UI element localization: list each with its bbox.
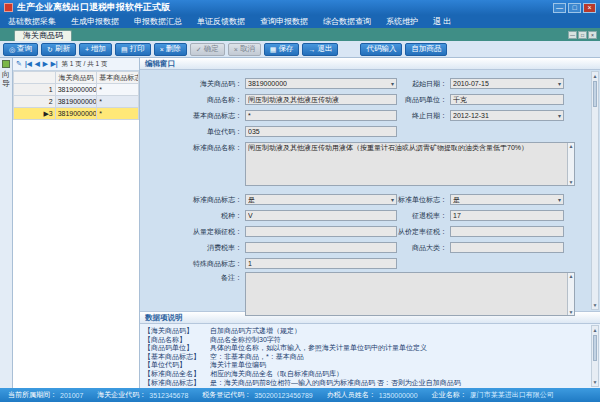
table-row[interactable]: ▶33819000000* xyxy=(14,108,139,120)
tab-customs-commodity-code[interactable]: 海关商品码 xyxy=(14,30,72,41)
field-input[interactable]: 千克 xyxy=(450,94,564,105)
minimize-icon[interactable]: — xyxy=(553,3,566,13)
help-scroll-down-icon[interactable]: ▼ xyxy=(592,378,598,386)
field-textarea[interactable]: 闸压制动液及其他液压传动用液体（按重量计石油或从沥青矿物提取的油类含量低于70%… xyxy=(245,142,575,186)
table-row[interactable]: 23819000000* xyxy=(14,96,139,108)
status-value: 1350000000 xyxy=(379,392,418,399)
help-scrollbar[interactable]: ▲ ▼ xyxy=(591,325,599,387)
field-value: 17 xyxy=(453,212,461,219)
field-value: 035 xyxy=(248,128,260,135)
退出-button[interactable]: →退出 xyxy=(302,43,338,56)
button-label: 删除 xyxy=(166,44,181,54)
wizard-nav-strip[interactable]: 向导 xyxy=(0,58,13,388)
menu-item-1[interactable]: 基础数据采集 xyxy=(8,16,56,27)
scroll-up-icon[interactable]: ▲ xyxy=(568,143,574,149)
form-scrollbar[interactable]: ▲ ▼ xyxy=(591,71,599,310)
next-page-icon[interactable]: ▶ xyxy=(43,60,48,68)
field-label: 从价定率征税： xyxy=(348,226,450,237)
取消-button: ×取消 xyxy=(228,43,261,56)
menu-item-8[interactable]: 退 出 xyxy=(433,16,451,27)
last-page-icon[interactable]: ▶| xyxy=(51,60,58,68)
commodity-code-table: 海关商品码基本商品标志 13819000000*23819000000*▶338… xyxy=(13,71,139,120)
field-label: 基本商品标志： xyxy=(143,110,245,121)
window-title: 生产企业离线出口退税申报软件正式版 xyxy=(17,1,551,14)
tool-icon[interactable]: ✎ xyxy=(16,60,22,68)
scroll-down-icon[interactable]: ▼ xyxy=(592,301,598,309)
status-item: 海关企业代码：3512345678 xyxy=(97,390,188,400)
scroll-up-icon[interactable]: ▲ xyxy=(592,72,598,80)
打印-button[interactable]: ▤打印 xyxy=(115,43,151,56)
textarea-scrollbar[interactable]: ▲▼ xyxy=(567,143,574,185)
scroll-thumb[interactable] xyxy=(593,81,597,107)
field-input[interactable]: 17 xyxy=(450,210,564,221)
mdi-minimize-icon[interactable]: — xyxy=(568,31,577,39)
mdi-close-icon[interactable]: × xyxy=(588,31,597,39)
help-term: 【单位代码】 xyxy=(144,361,210,370)
cancel-icon: × xyxy=(234,46,238,53)
field-input[interactable] xyxy=(450,226,564,237)
help-description: 商品名全称控制30字符 xyxy=(210,336,588,345)
menu-item-3[interactable]: 申报数据汇总 xyxy=(134,16,182,27)
app-window: 生产企业离线出口退税申报软件正式版 — □ × 基础数据采集生成申报数据申报数据… xyxy=(0,0,600,402)
field-label: 征退税率： xyxy=(348,210,450,221)
scroll-down-icon[interactable]: ▼ xyxy=(568,179,574,185)
field-label: 消费税率： xyxy=(143,242,245,253)
field-value: 2012-12-31 xyxy=(453,112,489,119)
field-value: 闸压制动液及其他液压传动用液体（按重量计石油或从沥青矿物提取的油类含量低于70%… xyxy=(248,143,528,152)
field-label: 从量定额征税： xyxy=(143,226,245,237)
chevron-down-icon[interactable]: ▾ xyxy=(558,196,561,203)
prev-page-icon[interactable]: ◀ xyxy=(35,60,40,68)
menu-item-2[interactable]: 生成申报数据 xyxy=(71,16,119,27)
field-label: 备注： xyxy=(143,272,245,283)
button-label: 刷新 xyxy=(55,44,70,54)
menu-item-5[interactable]: 查询申报数据 xyxy=(260,16,308,27)
field-input[interactable] xyxy=(450,242,564,253)
代码输入-button[interactable]: 代码输入 xyxy=(360,43,402,56)
tab-strip: 海关商品码 — □ × xyxy=(0,28,600,41)
field-label: 商品码单位： xyxy=(348,94,450,105)
page-indicator: 第 1 页 / 共 1 页 xyxy=(62,60,108,69)
field-从价定率征税: 从价定率征税： xyxy=(348,226,564,237)
增加-button[interactable]: +增加 xyxy=(79,43,112,56)
field-select[interactable]: 2010-07-15▾ xyxy=(450,78,564,89)
field-label: 商品名称： xyxy=(143,94,245,105)
help-scroll-up-icon[interactable]: ▲ xyxy=(592,326,598,334)
scroll-down-icon[interactable]: ▼ xyxy=(568,309,574,315)
table-row[interactable]: 13819000000* xyxy=(14,84,139,96)
mdi-restore-icon[interactable]: □ xyxy=(578,31,587,39)
textarea-scrollbar[interactable]: ▲▼ xyxy=(567,273,574,315)
refresh-icon: ↻ xyxy=(47,46,53,53)
menu-item-4[interactable]: 单证反馈数据 xyxy=(197,16,245,27)
刷新-button[interactable]: ↻刷新 xyxy=(41,43,76,56)
field-select[interactable]: 2012-12-31▾ xyxy=(450,110,564,121)
menu-item-6[interactable]: 综合数据查询 xyxy=(323,16,371,27)
status-value: 厦门市某某进出口有限公司 xyxy=(470,390,554,400)
删除-button[interactable]: ×删除 xyxy=(154,43,187,56)
status-value: 3512345678 xyxy=(149,392,188,399)
field-input[interactable]: 1 xyxy=(245,258,397,269)
button-label: 保存 xyxy=(278,44,293,54)
button-label: 打印 xyxy=(130,44,145,54)
chevron-down-icon[interactable]: ▾ xyxy=(558,80,561,87)
chevron-down-icon[interactable]: ▾ xyxy=(558,112,561,119)
maximize-icon[interactable]: □ xyxy=(568,3,581,13)
close-icon[interactable]: × xyxy=(583,3,596,13)
save-icon: ▦ xyxy=(270,46,277,53)
field-value: V xyxy=(248,212,253,219)
help-scroll-thumb[interactable] xyxy=(593,335,597,361)
status-item: 企业名称：厦门市某某进出口有限公司 xyxy=(432,390,554,400)
scroll-up-icon[interactable]: ▲ xyxy=(568,273,574,279)
button-label: 查询 xyxy=(17,44,32,54)
自加商品-button[interactable]: 自加商品 xyxy=(405,43,447,56)
field-textarea[interactable]: ▲▼ xyxy=(245,272,575,316)
保存-button[interactable]: ▦保存 xyxy=(264,43,300,56)
field-input[interactable]: 035 xyxy=(245,126,397,137)
app-icon xyxy=(4,3,13,12)
status-item: 税务登记代码：350200123456789 xyxy=(202,390,312,400)
menu-item-7[interactable]: 系统维护 xyxy=(386,16,418,27)
confirm-icon: ✓ xyxy=(196,46,202,53)
查询-button[interactable]: ◎查询 xyxy=(3,43,38,56)
help-entry: 【商品名称】商品名全称控制30字符 xyxy=(144,336,588,345)
first-page-icon[interactable]: |◀ xyxy=(25,60,32,68)
field-select[interactable]: 是▾ xyxy=(450,194,564,205)
